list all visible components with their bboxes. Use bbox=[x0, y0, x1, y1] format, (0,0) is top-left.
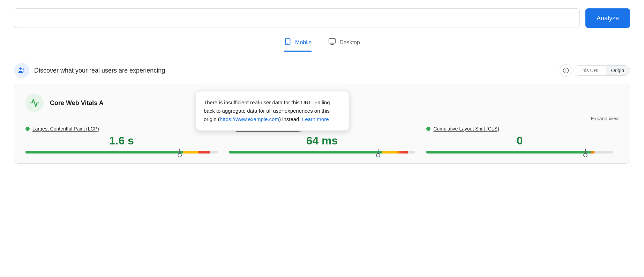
svg-rect-0 bbox=[286, 38, 290, 45]
tab-desktop-label: Desktop bbox=[339, 39, 360, 46]
metric-cls: Cumulative Layout Shift (CLS) 0 bbox=[421, 126, 619, 154]
discover-avatar bbox=[14, 63, 29, 78]
mobile-icon bbox=[284, 38, 292, 47]
lcp-value: 1.6 s bbox=[25, 134, 218, 147]
url-bar-row: https://www.example.com/page1 Analyze bbox=[14, 8, 630, 28]
inp-bar bbox=[229, 151, 415, 154]
tab-mobile-label: Mobile bbox=[295, 39, 312, 46]
desktop-icon bbox=[328, 38, 336, 47]
tooltip-box: There is insufficient real-user data for… bbox=[196, 91, 349, 131]
lcp-dot bbox=[25, 127, 30, 131]
main-card: Core Web Vitals A There is insufficient … bbox=[14, 84, 630, 164]
cls-marker bbox=[585, 149, 586, 156]
cls-label-row: Cumulative Layout Shift (CLS) bbox=[426, 126, 613, 132]
metric-lcp: Largest Contentful Paint (LCP) 1.6 s bbox=[25, 126, 223, 154]
discover-title: Discover what your real users are experi… bbox=[34, 67, 165, 74]
tooltip-origin-link[interactable]: https://www.example.com bbox=[220, 116, 279, 122]
analyze-button[interactable]: Analyze bbox=[585, 8, 630, 28]
origin-button[interactable]: Origin bbox=[606, 66, 630, 75]
lcp-label-row: Largest Contentful Paint (LCP) bbox=[25, 126, 218, 132]
lcp-bar bbox=[25, 151, 218, 154]
tab-mobile[interactable]: Mobile bbox=[284, 38, 312, 52]
discover-right: This URL Origin bbox=[560, 64, 630, 77]
tooltip-text-2: ) instead. bbox=[279, 116, 301, 122]
svg-rect-2 bbox=[329, 39, 335, 43]
vitals-icon bbox=[25, 94, 44, 112]
discover-section: Discover what your real users are experi… bbox=[14, 63, 630, 78]
discover-left: Discover what your real users are experi… bbox=[14, 63, 165, 78]
svg-point-5 bbox=[20, 67, 22, 70]
cls-value: 0 bbox=[426, 134, 613, 147]
url-input[interactable]: https://www.example.com/page1 bbox=[14, 8, 580, 28]
lcp-marker bbox=[179, 149, 180, 156]
cls-link[interactable]: Cumulative Layout Shift (CLS) bbox=[433, 126, 499, 132]
vitals-title: Core Web Vitals A bbox=[50, 99, 104, 107]
info-button[interactable] bbox=[560, 64, 572, 77]
tabs-row: Mobile Desktop bbox=[14, 38, 630, 52]
expand-view-button[interactable]: Expand view bbox=[591, 116, 619, 121]
cls-dot bbox=[426, 127, 430, 131]
tab-desktop[interactable]: Desktop bbox=[328, 38, 360, 52]
lcp-link[interactable]: Largest Contentful Paint (LCP) bbox=[32, 126, 99, 132]
url-origin-toggle: This URL Origin bbox=[574, 65, 630, 76]
inp-value: 64 ms bbox=[229, 134, 415, 147]
svg-point-6 bbox=[23, 68, 24, 70]
cls-bar bbox=[426, 151, 613, 154]
this-url-button[interactable]: This URL bbox=[574, 66, 605, 75]
tooltip-learn-more-link[interactable]: Learn more bbox=[302, 116, 329, 122]
